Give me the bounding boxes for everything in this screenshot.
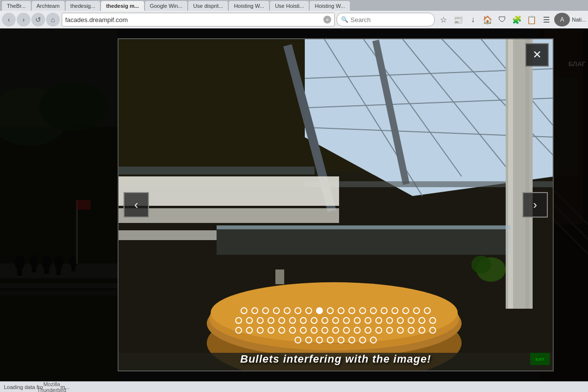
bullet-3-12[interactable] <box>354 327 361 334</box>
bullet-1-4[interactable] <box>273 307 280 314</box>
bullet-2-14[interactable] <box>375 317 382 324</box>
caption-text: Bullets interfering with the image! <box>240 353 431 365</box>
address-bar[interactable] <box>65 16 321 24</box>
tab-4[interactable]: thedesig m... <box>101 1 144 11</box>
bullet-2-3[interactable] <box>257 317 264 324</box>
shield-button[interactable]: 🛡 <box>495 13 509 26</box>
bullet-1-12[interactable] <box>359 307 366 314</box>
bullet-2-5[interactable] <box>278 317 285 324</box>
svg-rect-65 <box>508 39 513 309</box>
bullet-3-18[interactable] <box>418 327 425 334</box>
bullet-1-1[interactable] <box>241 307 247 314</box>
bullet-2-4[interactable] <box>268 317 274 324</box>
bullet-4-1[interactable] <box>294 337 301 343</box>
bullet-3-17[interactable] <box>408 327 415 334</box>
tab-7[interactable]: Hoisting W... <box>229 1 269 11</box>
bullet-3-19[interactable] <box>429 327 436 334</box>
bullet-1-16[interactable] <box>402 307 409 314</box>
bullet-3-13[interactable] <box>365 327 371 334</box>
bullet-2-8[interactable] <box>311 317 318 324</box>
puzzle-button[interactable]: 🧩 <box>510 13 524 26</box>
bullet-4-4[interactable] <box>327 337 334 343</box>
bullet-1-8-active[interactable] <box>316 307 323 314</box>
bullet-1-7[interactable] <box>305 307 312 314</box>
bullet-1-13[interactable] <box>370 307 377 314</box>
bullet-3-15[interactable] <box>386 327 393 334</box>
bullet-2-10[interactable] <box>332 317 339 324</box>
menu-button[interactable]: ☰ <box>539 13 553 26</box>
reader-view-button[interactable]: 📰 <box>451 13 465 26</box>
svg-rect-67 <box>119 230 217 240</box>
bullet-3-5[interactable] <box>278 327 285 334</box>
svg-rect-69 <box>217 225 511 255</box>
bullet-1-15[interactable] <box>392 307 398 314</box>
bullet-1-2[interactable] <box>251 307 258 314</box>
profile-avatar[interactable]: A <box>554 13 570 26</box>
bullet-1-10[interactable] <box>338 307 344 314</box>
bullet-3-4[interactable] <box>268 327 274 334</box>
bullet-4-3[interactable] <box>316 337 323 343</box>
bullet-3-16[interactable] <box>397 327 404 334</box>
thunderbird-button[interactable]: Mozilla Thunderbird <box>47 382 57 392</box>
home-button[interactable]: ⌂ <box>46 13 60 26</box>
tab-5[interactable]: Google Win... <box>145 1 188 11</box>
bullet-2-13[interactable] <box>365 317 371 324</box>
tab-8[interactable]: Use Hoisti... <box>270 1 309 11</box>
bullet-2-12[interactable] <box>354 317 361 324</box>
bullet-1-18[interactable] <box>424 307 431 314</box>
tab-6[interactable]: Use disprit... <box>188 1 228 11</box>
bullet-2-1[interactable] <box>235 317 242 324</box>
bullet-1-9[interactable] <box>327 307 334 314</box>
bullet-2-9[interactable] <box>321 317 328 324</box>
bullet-1-11[interactable] <box>348 307 355 314</box>
back-button[interactable]: ‹ <box>2 13 16 26</box>
bullet-1-5[interactable] <box>284 307 291 314</box>
bookmark-button[interactable]: ☆ <box>437 13 450 26</box>
homescreen-button[interactable]: 🏠 <box>481 13 494 26</box>
search-input[interactable] <box>350 16 419 24</box>
bullets-row-4 <box>294 337 377 343</box>
bullet-3-11[interactable] <box>343 327 350 334</box>
tab-2[interactable]: Archteam <box>32 1 65 11</box>
bullet-2-2[interactable] <box>246 317 253 324</box>
refresh-button[interactable]: ↺ <box>31 13 45 26</box>
bullet-3-14[interactable] <box>375 327 382 334</box>
prev-arrow-button[interactable]: ‹ <box>123 192 149 218</box>
bullet-3-9[interactable] <box>321 327 328 334</box>
bullet-2-18[interactable] <box>418 317 425 324</box>
bullet-2-17[interactable] <box>408 317 415 324</box>
bullet-3-8[interactable] <box>311 327 318 334</box>
tab-9[interactable]: Hoisting W... <box>310 1 350 11</box>
bullets-row-2 <box>235 317 436 324</box>
tab-3[interactable]: thedesig... <box>66 1 100 11</box>
forward-button[interactable]: › <box>17 13 30 26</box>
bullet-1-14[interactable] <box>381 307 388 314</box>
clipboard-button[interactable]: 📋 <box>525 13 539 26</box>
bullet-3-2[interactable] <box>246 327 253 334</box>
bullet-1-6[interactable] <box>294 307 301 314</box>
bullet-3-10[interactable] <box>332 327 339 334</box>
svg-rect-66 <box>525 39 529 309</box>
bullet-2-7[interactable] <box>300 317 307 324</box>
bullet-2-6[interactable] <box>289 317 296 324</box>
download-button[interactable]: ↓ <box>466 13 480 26</box>
bullet-4-8[interactable] <box>370 337 377 343</box>
clear-address-button[interactable]: × <box>323 16 331 24</box>
bullet-4-6[interactable] <box>348 337 355 343</box>
tab-1[interactable]: TheBr... <box>2 1 31 11</box>
bullet-3-3[interactable] <box>257 327 264 334</box>
bullet-3-6[interactable] <box>289 327 296 334</box>
bullet-2-19[interactable] <box>429 317 436 324</box>
close-button[interactable]: ✕ <box>525 43 549 67</box>
bullet-3-1[interactable] <box>235 327 242 334</box>
bullet-4-2[interactable] <box>305 337 312 343</box>
next-arrow-button[interactable]: › <box>522 192 548 218</box>
bullet-4-7[interactable] <box>359 337 366 343</box>
bullet-2-16[interactable] <box>397 317 404 324</box>
bullet-2-15[interactable] <box>386 317 393 324</box>
bullet-1-17[interactable] <box>413 307 420 314</box>
bullet-3-7[interactable] <box>300 327 307 334</box>
bullet-2-11[interactable] <box>343 317 350 324</box>
bullet-4-5[interactable] <box>338 337 344 343</box>
bullet-1-3[interactable] <box>262 307 269 314</box>
